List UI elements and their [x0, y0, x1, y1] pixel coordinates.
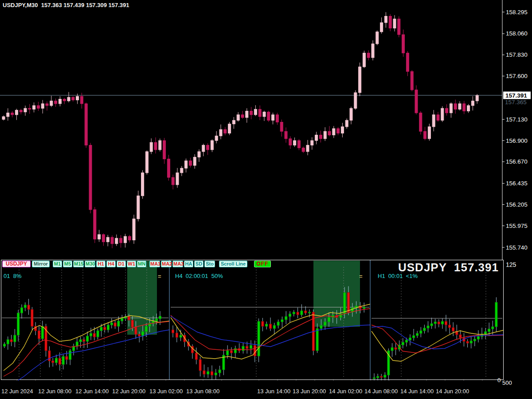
candle-body: [246, 346, 248, 348]
candle-body: [85, 104, 87, 145]
toolbar-button-h1[interactable]: H1: [96, 261, 106, 267]
candle-body: [163, 141, 166, 159]
candle-body: [4, 344, 6, 346]
toolbar-button-ma1[interactable]: MA1: [149, 261, 160, 267]
candle-body: [72, 97, 74, 100]
candle-body: [211, 372, 213, 375]
candle-body: [250, 345, 252, 348]
candle-body: [254, 345, 256, 356]
candle-body: [419, 113, 422, 132]
candle-body: [311, 141, 313, 145]
symbol-price-label: USDJPY 157.391: [398, 261, 499, 274]
candle-body: [33, 106, 35, 109]
candle-body: [48, 351, 51, 361]
toolbar-button-m1[interactable]: M1: [53, 261, 62, 267]
toolbar-button-h4[interactable]: H4: [106, 261, 116, 267]
candle-body: [138, 334, 141, 336]
equals-glyph-2[interactable]: =: [359, 273, 363, 280]
mini-chart-label-m30: 01 8%: [4, 273, 21, 279]
candle-body: [135, 327, 137, 334]
toolbar-button-d1[interactable]: D1: [117, 261, 126, 267]
candle-body: [154, 142, 157, 150]
toolbar-button-usdjpy[interactable]: USDJPY: [2, 261, 31, 267]
candle-body: [79, 340, 82, 342]
candle-body: [395, 348, 397, 349]
candle-body: [120, 238, 122, 243]
candle-body: [24, 108, 27, 112]
candle-body: [285, 317, 287, 320]
toolbar-button-sd[interactable]: SD: [194, 261, 203, 267]
candle-body: [10, 340, 12, 342]
candle-body: [345, 120, 348, 127]
time-axis-label: 12 Jun 20:00: [112, 388, 145, 395]
toolbar-button-ma3[interactable]: MA3: [172, 261, 183, 267]
candle-body: [66, 356, 68, 360]
candle-body: [398, 19, 400, 35]
candle-body: [488, 329, 490, 332]
time-axis-label: 12 Jun 08:00: [38, 388, 71, 395]
candle-body: [246, 111, 248, 118]
panel-border: [1, 260, 504, 380]
toolbar-button-w1[interactable]: W1: [127, 261, 136, 267]
ghost-price-label: 157.365: [505, 99, 527, 106]
candle-body: [37, 106, 39, 108]
candle-body: [452, 328, 454, 331]
candle-body: [224, 129, 227, 133]
equals-glyph-1[interactable]: =: [158, 273, 161, 280]
candle-body: [219, 370, 221, 373]
candle-body: [167, 159, 170, 178]
candle-body: [445, 321, 447, 325]
candle-body: [449, 325, 451, 328]
candle-body: [262, 321, 264, 326]
main-chart[interactable]: 158.295158.060157.830157.600157.130156.9…: [0, 0, 532, 260]
candle-body: [424, 131, 426, 139]
candle-body: [93, 333, 95, 337]
toolbar-button-mirror[interactable]: Mirror: [32, 261, 50, 267]
candle-body: [227, 351, 229, 355]
candle-body: [477, 336, 479, 339]
candle-body: [413, 336, 415, 338]
candle-body: [324, 322, 326, 325]
candle-body: [241, 115, 244, 117]
toolbar-button-off[interactable]: OFF: [254, 261, 271, 267]
candle-body: [476, 95, 478, 101]
candle-body: [380, 23, 383, 32]
candle-body: [199, 360, 201, 371]
toolbar-button-mn[interactable]: MN: [137, 261, 146, 267]
candle-body: [145, 152, 148, 173]
candle-body: [341, 127, 344, 133]
candle-body: [7, 340, 9, 344]
price-tick-label: 155.740: [506, 244, 528, 251]
candle-body: [389, 16, 391, 28]
candle-body: [285, 131, 287, 139]
mtf-panel-charts[interactable]: [0, 260, 532, 380]
toolbar-button-scroll-line[interactable]: Scroll Line: [219, 261, 247, 267]
candle-body: [198, 152, 200, 157]
candle-body: [86, 336, 89, 341]
candle-body: [80, 96, 83, 104]
candle-body: [114, 323, 116, 326]
toolbar-button-m30[interactable]: M30: [85, 261, 95, 267]
mini-chart-label-h4: H4 02:00:01 50%: [175, 273, 223, 279]
price-tick-label: 157.830: [506, 51, 528, 58]
candle-body: [350, 108, 352, 120]
candle-body: [328, 317, 330, 322]
toolbar-button-m15[interactable]: M15: [73, 261, 84, 267]
candle-body: [289, 139, 292, 145]
candle-body: [115, 238, 118, 243]
toolbar-button-ha[interactable]: HA: [184, 261, 193, 267]
candle-body: [485, 332, 487, 334]
candle-body: [328, 131, 331, 135]
candle-body: [363, 53, 365, 67]
price-tick-label: 155.975: [506, 223, 528, 229]
toolbar-button-m5[interactable]: M5: [63, 261, 72, 267]
toolbar-button-sto[interactable]: Sto: [204, 261, 215, 267]
candle-body: [319, 135, 322, 139]
candle-body: [459, 335, 462, 338]
candle-body: [402, 35, 405, 53]
toolbar-button-ma2[interactable]: MA2: [161, 261, 172, 267]
candle-body: [454, 104, 457, 109]
candle-body: [145, 326, 147, 332]
candle-body: [430, 324, 433, 326]
candle-body: [24, 305, 26, 308]
